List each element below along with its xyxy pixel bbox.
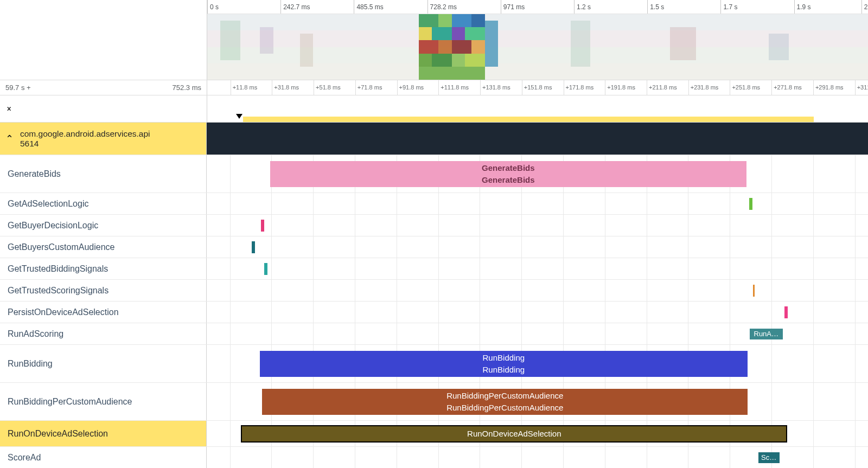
track-generate-bids[interactable]: GenerateBids GenerateBids GenerateBids	[0, 155, 868, 193]
track-label: GetTrustedScoringSignals	[8, 286, 108, 296]
slice-label: Sc…	[761, 452, 776, 463]
overview-tick: 728.2 ms	[427, 0, 457, 14]
track-label: GetAdSelectionLogic	[8, 199, 88, 209]
track-get-trusted-bidding-signals[interactable]: GetTrustedBiddingSignals	[0, 258, 868, 280]
chevron-up-icon[interactable]: ⌃	[5, 133, 14, 145]
overview-tick: 242.7 ms	[280, 0, 310, 14]
slice-label: RunA…	[754, 329, 779, 339]
overview-tick: 1.2 s	[574, 0, 591, 14]
slice-generate-bids[interactable]: GenerateBids GenerateBids	[270, 161, 746, 187]
slice-label: GenerateBids	[482, 162, 535, 174]
track-score-ad[interactable]: ScoreAd Sc…	[0, 447, 868, 468]
chevron-down-icon[interactable]: ⌄	[5, 103, 207, 109]
detail-tick: +251.8 ms	[730, 80, 760, 95]
track-get-buyers-custom-audience[interactable]: GetBuyersCustomAudience	[0, 236, 868, 258]
track-label: RunOnDeviceAdSelection	[8, 429, 108, 439]
detail-tick: +31.8 ms	[272, 80, 299, 95]
detail-tick: +51.8 ms	[314, 80, 341, 95]
overview-minimap[interactable]	[207, 14, 868, 80]
slice-label: RunOnDeviceAdSelection	[467, 428, 561, 440]
slice-label: GenerateBids	[482, 174, 535, 186]
track-label: GenerateBids	[8, 169, 61, 179]
slice-score-ad[interactable]: Sc…	[758, 452, 780, 463]
track-collapse-controls: ⌄ ⌃	[0, 95, 207, 122]
tracks-panel: ⌃ com.google.android.adservices.api 5614…	[0, 123, 868, 468]
track-persist-on-device-ad-selection[interactable]: PersistOnDeviceAdSelection	[0, 302, 868, 323]
detail-ruler-left: 59.7 s + 752.3 ms	[0, 80, 207, 95]
playhead-marker-icon[interactable]	[236, 114, 242, 119]
detail-tick: +71.8 ms	[355, 80, 382, 95]
slice-label: RunBiddingPerCustomAudience	[446, 402, 563, 414]
detail-time-end: 752.3 ms	[173, 84, 201, 92]
process-pid: 5614	[20, 139, 150, 149]
track-run-on-device-ad-selection[interactable]: RunOnDeviceAdSelection RunOnDeviceAdSele…	[0, 421, 868, 447]
detail-tick: +151.8 ms	[522, 80, 552, 95]
slice-run-on-device-ad-selection[interactable]: RunOnDeviceAdSelection	[241, 425, 787, 443]
track-label: RunAdScoring	[8, 329, 63, 339]
process-name-block: com.google.android.adservices.api 5614	[20, 129, 150, 149]
overview-ruler[interactable]: 0 s 242.7 ms 485.5 ms 728.2 ms 971 ms 1.…	[207, 0, 868, 14]
process-name: com.google.android.adservices.api	[20, 129, 150, 139]
track-get-buyer-decision-logic[interactable]: GetBuyerDecisionLogic	[0, 215, 868, 236]
slice-label: RunBidding	[483, 352, 525, 364]
overview-tick: 2.2 s	[861, 0, 868, 14]
detail-ruler-row: 59.7 s + 752.3 ms +11.8 ms +31.8 ms +51.…	[0, 80, 868, 95]
detail-tick: +111.8 ms	[438, 80, 469, 95]
overview-tick: 485.5 ms	[354, 0, 383, 14]
slice-label: RunBiddingPerCustomAudience	[446, 390, 563, 402]
slice-persist-on-device-ad-selection[interactable]	[784, 306, 788, 318]
overview-tick: 1.9 s	[794, 0, 811, 14]
track-label: PersistOnDeviceAdSelection	[8, 307, 119, 317]
overview-panel[interactable]: 0 s 242.7 ms 485.5 ms 728.2 ms 971 ms 1.…	[207, 0, 868, 80]
overview-row: 0 s 242.7 ms 485.5 ms 728.2 ms 971 ms 1.…	[0, 0, 868, 80]
detail-tick: +231.8 ms	[688, 80, 719, 95]
track-get-ad-selection-logic[interactable]: GetAdSelectionLogic	[0, 193, 868, 215]
selection-bar[interactable]	[243, 117, 814, 122]
slice-get-trusted-scoring-signals[interactable]	[753, 285, 755, 297]
detail-tick: +291.8 ms	[813, 80, 844, 95]
slice-get-ad-selection-logic[interactable]	[749, 198, 752, 210]
process-header-row[interactable]: ⌃ com.google.android.adservices.api 5614	[0, 123, 868, 155]
slice-label: RunBidding	[483, 364, 525, 376]
detail-tick: +171.8 ms	[564, 80, 594, 95]
track-run-bidding[interactable]: RunBidding RunBidding RunBidding	[0, 345, 868, 383]
track-label: GetBuyerDecisionLogic	[8, 221, 98, 230]
detail-ruler[interactable]: +11.8 ms +31.8 ms +51.8 ms +71.8 ms +91.…	[207, 80, 868, 95]
timeline-selection-area[interactable]	[207, 95, 868, 122]
track-label: GetTrustedBiddingSignals	[8, 264, 108, 274]
detail-tick: +211.8 ms	[647, 80, 677, 95]
slice-get-buyer-decision-logic[interactable]	[261, 220, 264, 232]
slice-get-trusted-bidding-signals[interactable]	[264, 263, 267, 275]
detail-tick: +311.8 ms	[855, 80, 868, 95]
detail-time-start: 59.7 s +	[5, 84, 31, 92]
controls-row: ⌄ ⌃	[0, 95, 868, 123]
overview-tick: 0 s	[207, 0, 219, 14]
slice-run-ad-scoring[interactable]: RunA…	[750, 329, 783, 339]
overview-tick: 1.5 s	[647, 0, 664, 14]
slice-get-buyers-custom-audience[interactable]	[252, 241, 255, 253]
detail-tick: +191.8 ms	[605, 80, 635, 95]
process-header-lane	[207, 123, 868, 155]
track-label: RunBiddingPerCustomAudience	[8, 397, 132, 407]
chevron-up-icon[interactable]: ⌃	[5, 109, 207, 115]
detail-tick: +131.8 ms	[480, 80, 510, 95]
detail-tick: +91.8 ms	[397, 80, 424, 95]
track-label: GetBuyersCustomAudience	[8, 242, 114, 252]
perfetto-trace-viewer: 0 s 242.7 ms 485.5 ms 728.2 ms 971 ms 1.…	[0, 0, 868, 468]
track-label: RunBidding	[8, 359, 53, 369]
detail-tick: +11.8 ms	[231, 80, 258, 95]
process-header-label[interactable]: ⌃ com.google.android.adservices.api 5614	[0, 123, 207, 155]
overview-left-gutter	[0, 0, 207, 80]
overview-tick: 971 ms	[501, 0, 525, 14]
track-run-ad-scoring[interactable]: RunAdScoring RunA…	[0, 323, 868, 345]
overview-tick: 1.7 s	[720, 0, 737, 14]
slice-run-bidding[interactable]: RunBidding RunBidding	[260, 351, 748, 377]
track-run-bidding-per-custom-audience[interactable]: RunBiddingPerCustomAudience RunBiddingPe…	[0, 383, 868, 421]
track-get-trusted-scoring-signals[interactable]: GetTrustedScoringSignals	[0, 280, 868, 302]
slice-run-bidding-per-custom-audience[interactable]: RunBiddingPerCustomAudience RunBiddingPe…	[262, 389, 748, 415]
detail-tick: +271.8 ms	[771, 80, 802, 95]
track-label: ScoreAd	[8, 453, 41, 463]
